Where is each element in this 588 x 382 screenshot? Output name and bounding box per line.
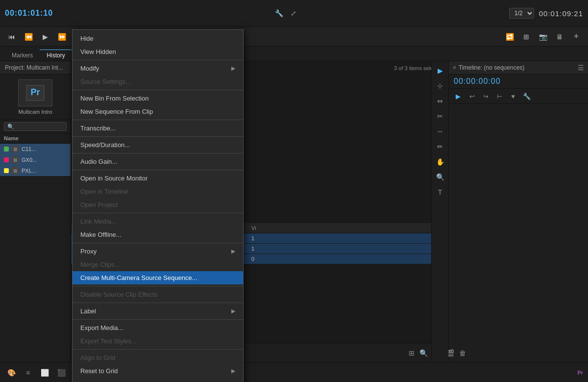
- menu-divider: [73, 349, 243, 350]
- menu-proxy[interactable]: Proxy ▶: [73, 245, 243, 258]
- search-bar: [0, 120, 71, 133]
- project-thumb: Pr Multicam Intro: [0, 75, 71, 120]
- menu-divider: [73, 319, 243, 320]
- text-tool[interactable]: T: [433, 185, 447, 199]
- project-panel-header: Project: Multicam Int...: [0, 61, 71, 75]
- wrench-icon[interactable]: 🔧: [273, 8, 284, 19]
- play-icon[interactable]: ▶: [38, 30, 52, 44]
- list-item[interactable]: ▦ C11...: [0, 144, 71, 154]
- timeline-menu-icon[interactable]: ☰: [578, 64, 584, 72]
- stretch-tool[interactable]: ↔: [433, 125, 447, 138]
- dark-panel-icon[interactable]: ⬛: [55, 366, 68, 379]
- output-icon[interactable]: 🖥: [553, 30, 566, 44]
- top-bar: 00:01:01:10 🔧 ⤢ 1/2 1/1 1/4 00:01:09:21: [0, 0, 588, 27]
- list-item[interactable]: ▦ PXL...: [0, 165, 71, 176]
- menu-link-media: Link Media...: [73, 215, 243, 228]
- search-input[interactable]: [4, 122, 67, 131]
- safe-zones-icon[interactable]: ⊞: [519, 30, 533, 44]
- timeline-header: × Timeline: (no sequences) ☰: [449, 61, 588, 75]
- menu-divider: [73, 286, 243, 286]
- menu-align-grid: Align to Grid: [73, 351, 243, 364]
- pen-tool[interactable]: ✏: [433, 140, 447, 153]
- multiselect-tool[interactable]: ⊹: [433, 79, 447, 93]
- panel-icon[interactable]: ⬜: [38, 366, 51, 379]
- menu-divider: [73, 303, 243, 303]
- menu-open-timeline: Open in Timeline: [73, 185, 243, 198]
- menu-divider: [73, 170, 243, 170]
- tab-markers[interactable]: Markers: [5, 50, 40, 61]
- zoom-tool[interactable]: 🔍: [433, 170, 447, 184]
- arrow-tool[interactable]: ▶: [453, 91, 464, 102]
- menu-make-offline[interactable]: Make Offline...: [73, 228, 243, 241]
- menu-divider: [73, 213, 243, 213]
- menu-divider: [73, 90, 243, 90]
- menu-hide[interactable]: Hide: [73, 32, 243, 45]
- menu-label[interactable]: Label ▶: [73, 305, 243, 318]
- timeline-title: Timeline: (no sequences): [459, 64, 575, 71]
- menu-open-project: Open Project: [73, 198, 243, 211]
- menu-divider: [73, 136, 243, 137]
- clip-color-indicator: [4, 157, 9, 162]
- search-bottom-icon[interactable]: 🔍: [419, 349, 428, 357]
- menu-speed[interactable]: Speed/Duration...: [73, 138, 243, 152]
- camera-icon[interactable]: 📷: [536, 30, 550, 44]
- menu-clip-size[interactable]: Clip Size ▶: [73, 378, 243, 382]
- clip-color-indicator: [4, 168, 9, 173]
- clip-icon: ▦: [11, 167, 19, 175]
- rewind-icon[interactable]: ⏪: [22, 30, 35, 44]
- project-thumb-icon: Pr: [18, 79, 52, 106]
- loop-icon[interactable]: 🔁: [503, 30, 516, 44]
- cell-vi: 1: [251, 235, 291, 241]
- menu-create-multicam[interactable]: Create Multi-Camera Source Sequence...: [73, 271, 243, 284]
- delete-icon[interactable]: 🗑: [459, 349, 466, 357]
- undo-icon[interactable]: ↩: [466, 91, 477, 102]
- color-icon[interactable]: 🎨: [5, 366, 18, 379]
- add-tab-icon[interactable]: +: [569, 30, 583, 44]
- project-thumb-label: Multicam Intro: [18, 109, 52, 115]
- heart-icon[interactable]: ♥: [508, 91, 518, 102]
- clip-label: GX0...: [22, 157, 37, 163]
- hand-tool[interactable]: ✋: [433, 155, 447, 169]
- timecode-right: 00:01:09:21: [539, 9, 583, 18]
- trim-tool[interactable]: ⇔: [433, 94, 447, 108]
- timeline-tools: ▶ ↩ ↪ ⊢ ♥ 🔧: [449, 89, 588, 104]
- submenu-arrow: ▶: [231, 65, 235, 72]
- menu-divider: [73, 243, 243, 243]
- vertical-toolbar: ▶ ⊹ ⇔ ✂ ↔ ✏ ✋ 🔍 T: [431, 61, 448, 362]
- menu-divider: [73, 120, 243, 120]
- menu-merge-clips: Merge Clips...: [73, 258, 243, 271]
- menu-transcribe[interactable]: Transcribe...: [73, 122, 243, 135]
- menu-export-media[interactable]: Export Media...: [73, 321, 243, 334]
- menu-open-source[interactable]: Open in Source Monitor: [73, 172, 243, 185]
- select-tool[interactable]: ▶: [433, 64, 447, 77]
- clip-icon: ▦: [11, 145, 19, 153]
- redo-icon[interactable]: ↪: [480, 91, 491, 102]
- tab-history[interactable]: History: [40, 50, 72, 61]
- razor-tool[interactable]: ✂: [433, 109, 447, 123]
- submenu-arrow: ▶: [231, 368, 235, 374]
- quality-select[interactable]: 1/2 1/1 1/4: [509, 8, 534, 19]
- list-icon[interactable]: ≡: [22, 366, 34, 379]
- expand-icon[interactable]: ⤢: [288, 8, 299, 19]
- menu-disable-source: Disable Source Clip Effects: [73, 288, 243, 301]
- menu-modify[interactable]: Modify ▶: [73, 62, 243, 75]
- menu-new-seq[interactable]: New Sequence From Clip: [73, 105, 243, 118]
- ripple-icon[interactable]: ⊢: [494, 91, 505, 102]
- top-bar-right: 1/2 1/1 1/4 00:01:09:21: [509, 8, 583, 19]
- step-back-icon[interactable]: ⏮: [5, 30, 19, 44]
- timecode-left: 00:01:01:10: [5, 9, 64, 18]
- clip-label: PXL...: [22, 168, 36, 174]
- menu-audio-gain[interactable]: Audio Gain...: [73, 155, 243, 168]
- wrench-timeline-icon[interactable]: 🔧: [521, 91, 532, 102]
- timeline-close-btn[interactable]: ×: [453, 64, 456, 71]
- context-menu: Hide View Hidden Modify ▶ Source Setting…: [72, 29, 244, 382]
- storyboard-icon[interactable]: ⊞: [409, 349, 415, 357]
- fast-forward-icon[interactable]: ⏩: [55, 30, 69, 44]
- submenu-arrow: ▶: [231, 248, 235, 255]
- menu-view-hidden[interactable]: View Hidden: [73, 45, 243, 58]
- clip-column-header: Name: [0, 133, 71, 144]
- menu-reset-grid[interactable]: Reset to Grid ▶: [73, 364, 243, 378]
- menu-new-bin[interactable]: New Bin From Selection: [73, 92, 243, 105]
- list-item[interactable]: ▦ GX0...: [0, 154, 71, 165]
- top-bar-center: 🔧 ⤢: [64, 8, 509, 19]
